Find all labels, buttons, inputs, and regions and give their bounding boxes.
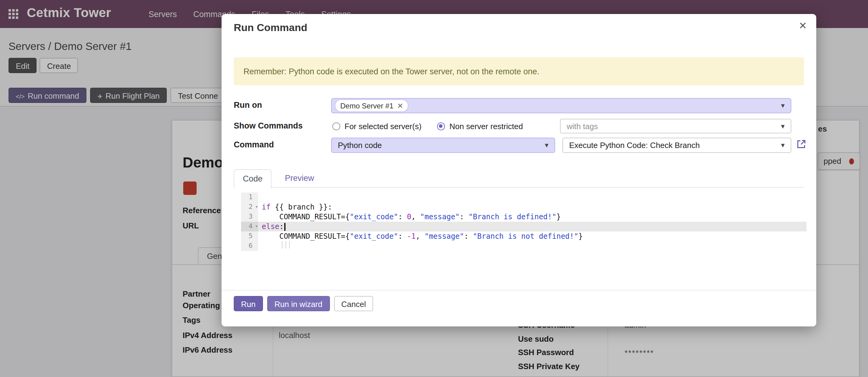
code-text[interactable]: COMMAND_RESULT={"exit_code": 0, "message… [258,212,807,222]
line-number[interactable]: 1 [241,193,258,202]
command-select[interactable]: Execute Python Code: Check Branch ▼ [562,138,791,153]
alert-text: Remember: Python code is executed on the… [244,67,539,76]
modal-footer: Run Run in wizard Cancel [234,296,373,311]
code-text[interactable] [258,241,807,251]
code-line-4[interactable]: 4▾else: [241,222,807,231]
line-number[interactable]: 2▾ [241,202,258,212]
run-in-wizard-button[interactable]: Run in wizard [267,296,330,311]
server-tag-pill[interactable]: Demo Server #1 ✕ [335,99,409,112]
run-command-modal: Run Command × Remember: Python code is e… [222,14,816,326]
chevron-down-icon: ▼ [544,142,550,149]
indent-guides [279,241,290,249]
footer-divider [222,290,816,291]
line-number[interactable]: 5 [241,231,258,241]
fold-arrow-icon[interactable]: ▾ [255,202,258,212]
code-text[interactable]: COMMAND_RESULT={"exit_code": -1, "messag… [258,231,807,241]
code-text[interactable] [258,193,807,202]
show-commands-label: Show Commands [234,121,303,130]
line-number[interactable]: 3 [241,212,258,222]
screen: Cetmix Tower ServersCommandsFilesToolsSe… [0,0,868,377]
code-line-5[interactable]: 5 COMMAND_RESULT={"exit_code": -1, "mess… [241,231,807,241]
tab-code[interactable]: Code [234,169,272,189]
command-type-select[interactable]: Python code ▼ [331,138,555,153]
chevron-down-icon: ▼ [780,123,786,129]
code-text[interactable]: else: [258,222,807,231]
tab-preview[interactable]: Preview [276,169,322,187]
cancel-button[interactable]: Cancel [334,296,373,311]
with-tags-placeholder: with tags [567,121,598,130]
code-text[interactable]: if {{ branch }}: [258,202,807,212]
run-on-label: Run on [234,100,262,110]
fold-arrow-icon[interactable]: ▾ [255,222,258,231]
radio-for-selected-servers[interactable]: For selected server(s) [332,121,422,130]
server-tag-label: Demo Server #1 [340,102,394,110]
code-line-6[interactable]: 6 [241,241,807,251]
external-link-icon[interactable] [796,139,807,149]
text-cursor [284,223,285,231]
modal-title: Run Command [234,22,307,34]
code-line-2[interactable]: 2▾if {{ branch }}: [241,202,807,212]
remove-tag-icon[interactable]: ✕ [397,102,403,110]
line-number[interactable]: 6 [241,241,258,251]
line-number[interactable]: 4▾ [241,222,258,231]
with-tags-select[interactable]: with tags ▼ [560,119,791,134]
run-button[interactable]: Run [234,296,263,311]
command-label: Command [234,140,274,149]
radio-circle-selected-icon[interactable] [437,122,445,130]
close-icon[interactable]: × [799,19,807,32]
code-editor[interactable]: 12▾if {{ branch }}:3 COMMAND_RESULT={"ex… [241,193,807,251]
chevron-down-icon: ▼ [780,102,786,109]
radio-non-server-restricted[interactable]: Non server restricted [437,121,523,130]
code-line-3[interactable]: 3 COMMAND_RESULT={"exit_code": 0, "messa… [241,212,807,222]
chevron-down-icon: ▼ [780,142,786,149]
radio-circle-icon[interactable] [332,122,340,130]
run-on-select[interactable]: Demo Server #1 ✕ ▼ [331,98,791,113]
show-commands-radio-group: For selected server(s) Non server restri… [332,120,523,132]
warning-alert: Remember: Python code is executed on the… [234,57,804,85]
code-line-1[interactable]: 1 [241,193,807,202]
